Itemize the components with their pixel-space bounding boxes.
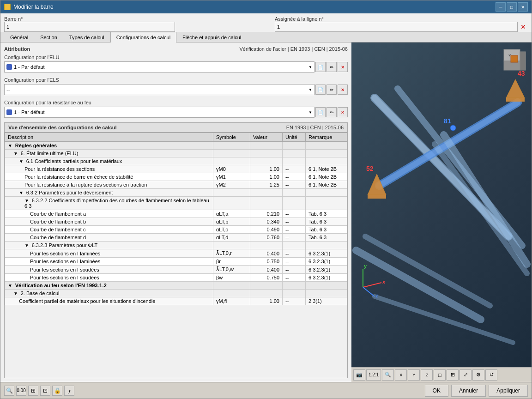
config-feu-delete-btn[interactable]: ✕ <box>338 107 348 117</box>
config-feu-dropdown[interactable]: 1 - Par défaut ▼ <box>4 107 314 118</box>
view-z-btn[interactable]: Z <box>421 369 433 381</box>
svg-line-19 <box>363 287 375 296</box>
table-row-val-2 <box>250 157 283 165</box>
cancel-button[interactable]: Annuler <box>451 385 486 397</box>
viewport-3d: x y z 43 81 52 <box>351 42 532 382</box>
collapse-icon-2[interactable]: ▼ <box>19 159 25 164</box>
table-row-unit-19: -- <box>283 297 306 305</box>
assignee-label: Assignée à la ligne n° <box>275 16 528 22</box>
apply-button[interactable]: Appliquer <box>489 385 528 397</box>
table-row-sym-6 <box>213 189 250 197</box>
barre-field-group: Barre n° <box>4 16 175 32</box>
view-y-btn[interactable]: Y <box>408 369 420 381</box>
collapse-icon-1[interactable]: ▼ <box>13 151 19 156</box>
config-feu-arrow: ▼ <box>308 110 312 115</box>
config-feu-edit-btn[interactable]: ✏ <box>326 107 337 117</box>
attribution-norm: Vérification de l'acier | EN 1993 | CEN … <box>240 46 348 52</box>
function-btn[interactable]: 𝑓 <box>64 386 74 396</box>
config-els-section: Configuration pour l'ELS -- ▼ 📄 ✏ ✕ <box>4 77 348 95</box>
svg-text:x: x <box>382 279 386 284</box>
config-els-dropdown[interactable]: -- ▼ <box>4 84 314 95</box>
collapse-icon-17[interactable]: ▼ <box>8 283 14 288</box>
view-x-btn[interactable]: X <box>395 369 407 381</box>
config-feu-new-btn[interactable]: 📄 <box>315 107 326 117</box>
viewport-screenshot-btn[interactable]: 📷 <box>353 369 365 381</box>
close-button[interactable]: ✕ <box>518 2 528 12</box>
config-elu-dropdown[interactable]: 1 - Par défaut ▼ <box>4 61 314 73</box>
table-row-sym-1 <box>213 150 250 157</box>
table-row-unit-14: -- <box>283 258 306 266</box>
assignee-input[interactable] <box>275 22 518 32</box>
config-elu-new-btn[interactable]: 📄 <box>315 62 326 72</box>
table-row-desc-11: Courbe de flambement d <box>5 234 213 242</box>
orientation-cube[interactable]: Y <box>499 47 527 75</box>
zoom-display: 1.2:1 <box>366 369 381 381</box>
assignee-input-row: ✕ <box>275 22 528 32</box>
config-els-delete-btn[interactable]: ✕ <box>338 85 348 95</box>
svg-rect-26 <box>520 52 526 70</box>
lock-btn[interactable]: 🔒 <box>52 386 62 396</box>
svg-marker-10 <box>506 79 525 98</box>
collapse-icon-0[interactable]: ▼ <box>8 143 14 148</box>
config-elu-delete-btn[interactable]: ✕ <box>338 62 348 72</box>
barre-input[interactable] <box>4 22 175 32</box>
table-row-unit-13: -- <box>283 249 306 258</box>
tab-general[interactable]: Général <box>4 32 34 42</box>
table-row-unit-17 <box>283 282 306 290</box>
table-container[interactable]: Description Symbole Valeur Unité Remarqu… <box>5 133 347 378</box>
collapse-icon-7[interactable]: ▼ <box>24 198 30 203</box>
table-row-desc-9: Courbe de flambement b <box>5 218 213 226</box>
table-row-unit-8: -- <box>283 210 306 218</box>
table-row-desc-19: Coefficient partiel de matériaux pour le… <box>5 297 213 305</box>
table-row-desc-7: ▼ 6.3.2.2 Coefficients d'imperfection de… <box>5 197 213 210</box>
view-settings-btn[interactable]: ⚙ <box>472 369 484 381</box>
table-row-val-13: 0.400 <box>250 249 283 258</box>
col-valeur: Valeur <box>250 133 283 142</box>
main-window: Modifier la barre ─ □ ✕ Barre n° Assigné… <box>0 0 532 399</box>
table-row-sym-18 <box>213 290 250 297</box>
search-icon-btn[interactable]: 🔍 <box>4 386 14 396</box>
config-feu-section: Configuration pour la résistance au feu … <box>4 100 348 118</box>
maximize-button[interactable]: □ <box>507 2 517 12</box>
table-row-sym-15: λ̄LT,0,w <box>213 266 250 274</box>
col-description: Description <box>5 133 213 142</box>
config-els-new-btn[interactable]: 📄 <box>315 85 326 95</box>
view-full-btn[interactable]: ⤢ <box>459 369 472 381</box>
config-els-edit-btn[interactable]: ✏ <box>326 85 337 95</box>
ok-button[interactable]: OK <box>425 385 448 397</box>
snap-btn[interactable]: ⊞ <box>28 386 38 396</box>
main-content: Attribution Vérification de l'acier | EN… <box>0 42 532 382</box>
collapse-icon-6[interactable]: ▼ <box>19 190 25 195</box>
config-elu-value: 1 - Par défaut <box>14 64 308 70</box>
assignee-clear-button[interactable]: ✕ <box>519 22 528 31</box>
view-reset-btn[interactable]: ↺ <box>485 369 497 381</box>
minimize-button[interactable]: ─ <box>496 2 506 12</box>
col-unite: Unité <box>283 133 306 142</box>
zoom-btn[interactable]: 🔍 <box>382 369 394 381</box>
grid-btn[interactable]: ⊡ <box>40 386 50 396</box>
left-panel: Attribution Vérification de l'acier | EN… <box>0 42 351 382</box>
table-row-desc-16: Pour les sections en I soudées <box>5 274 213 282</box>
view-render-btn[interactable]: □ <box>434 369 446 381</box>
table-row-unit-4: -- <box>283 173 306 181</box>
spacer-field <box>179 16 271 32</box>
tab-types-calcul[interactable]: Types de calcul <box>63 32 110 42</box>
config-elu-edit-btn[interactable]: ✏ <box>326 62 337 72</box>
table-row-val-18 <box>250 290 283 297</box>
tab-fleche[interactable]: Flèche et appuis de calcul <box>176 32 247 42</box>
table-row-sym-4: γM1 <box>213 173 250 181</box>
tab-configurations[interactable]: Configurations de calcul <box>110 32 176 42</box>
tab-section[interactable]: Section <box>34 32 63 42</box>
collapse-icon-18[interactable]: ▼ <box>13 291 19 296</box>
table-row-desc-2: ▼ 6.1 Coefficients partiels pour les mat… <box>5 157 213 165</box>
collapse-icon-12[interactable]: ▼ <box>24 243 30 248</box>
table-row-unit-6 <box>283 189 306 197</box>
table-row-desc-1: ▼ 6. État limite ultime (ELU) <box>5 150 213 157</box>
table-row-rem-16: 6.3.2.3(1) <box>306 274 347 282</box>
view-wire-btn[interactable]: ⊞ <box>447 369 459 381</box>
table-row-rem-10: Tab. 6.3 <box>306 226 347 234</box>
table-row-sym-0 <box>213 142 250 150</box>
overview-table: Description Symbole Valeur Unité Remarqu… <box>5 133 347 305</box>
table-row-val-3: 1.00 <box>250 165 283 173</box>
coord-display: 0.00 <box>16 386 26 396</box>
